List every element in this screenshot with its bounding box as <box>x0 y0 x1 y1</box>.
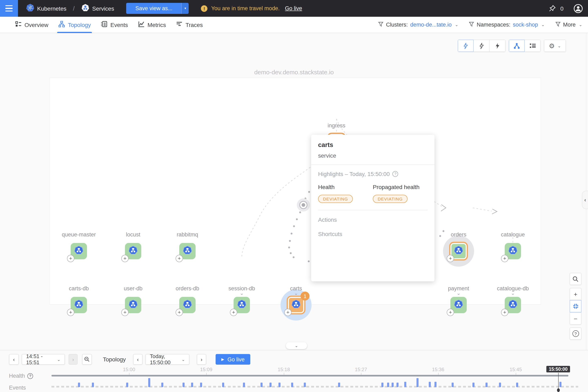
tab-metrics[interactable]: Metrics <box>138 16 166 33</box>
node-label: locust <box>104 232 162 238</box>
namespaces-filter[interactable]: Namespaces: sock-shop ⌄ <box>469 22 545 28</box>
tab-topology[interactable]: Topology <box>58 16 91 33</box>
zoom-out-range-button[interactable] <box>82 354 92 365</box>
event-bar <box>434 382 436 387</box>
event-bar <box>452 382 454 387</box>
bolt-outline-active-button[interactable] <box>458 40 474 52</box>
search-button[interactable] <box>570 273 582 285</box>
zoom-in-button[interactable]: + <box>570 288 582 300</box>
topology-node[interactable]: queue-master + <box>62 232 95 271</box>
expand-node-button[interactable]: + <box>176 309 183 316</box>
expand-node-button[interactable]: + <box>230 309 237 316</box>
node-label: carts-db <box>50 286 108 292</box>
go-live-link[interactable]: Go live <box>285 5 302 12</box>
bolt-outline-button[interactable] <box>474 40 490 52</box>
save-view-button[interactable]: Save view as... <box>126 3 182 14</box>
topology-node[interactable]: carts ⌄ 1 + <box>280 286 312 324</box>
go-live-button[interactable]: ▶ Go live <box>216 354 250 365</box>
canvas-help-button[interactable]: ? <box>570 328 582 340</box>
collapse-timeline-pill[interactable]: ⌄ <box>286 342 307 349</box>
expand-node-button[interactable]: + <box>501 255 508 262</box>
popup-actions-section: Actions Shortcuts <box>311 210 434 237</box>
funnel-icon <box>555 22 561 28</box>
funnel-icon <box>378 22 384 28</box>
edge-arrow-icon: ⌄ <box>496 291 529 295</box>
more-filters[interactable]: More ⌄ <box>555 22 582 28</box>
time-prev-button[interactable]: ‹ <box>133 354 142 365</box>
chevron-left-icon: ‹ <box>584 197 586 203</box>
tab-traces[interactable]: Traces <box>176 16 203 33</box>
topology-node[interactable]: payment ⌄ + <box>442 286 475 324</box>
topology-node[interactable]: orders-db + <box>171 286 204 324</box>
event-bar <box>291 382 293 387</box>
expand-node-button[interactable]: + <box>67 309 74 316</box>
expand-node-button[interactable]: + <box>67 255 74 262</box>
propagated-health-status-badge: DEVIATING <box>373 195 408 203</box>
settings-button[interactable]: ⚙ ⌄ <box>544 40 566 52</box>
topology-canvas[interactable]: demo-dev.demo.stackstate.io <box>0 33 588 350</box>
pin-icon[interactable] <box>548 4 556 12</box>
namespaces-label: Namespaces: <box>477 22 510 28</box>
breadcrumb-item-services[interactable]: Services <box>92 5 114 12</box>
health-help-icon[interactable]: ? <box>27 373 33 379</box>
breadcrumb-item-kubernetes[interactable]: Kubernetes <box>37 5 66 12</box>
topology-node[interactable]: user-db + <box>117 286 150 324</box>
range-next-button[interactable]: › <box>68 354 78 365</box>
tick-label: 15:00 <box>117 367 141 372</box>
hamburger-menu-button[interactable] <box>0 0 18 17</box>
service-icon <box>508 299 518 311</box>
event-bar <box>304 382 306 387</box>
actions-label: Actions <box>318 216 428 223</box>
expand-node-button[interactable]: + <box>121 309 128 316</box>
tab-events[interactable]: Events <box>101 16 128 33</box>
event-bar <box>338 382 340 387</box>
service-icon <box>291 299 301 311</box>
topology-node[interactable]: session-db ⌄ + <box>226 286 258 324</box>
top-bar-right: 0 <box>548 4 588 13</box>
timeline-section-label: Topology <box>103 356 126 362</box>
expand-node-button[interactable]: + <box>447 309 454 316</box>
topology-node[interactable]: rabbitmq + <box>171 232 204 271</box>
topology-node[interactable]: carts-db + <box>62 286 95 324</box>
time-dropdown[interactable]: Today, 15:50:00 ⌄ <box>145 354 190 365</box>
tab-overview[interactable]: Overview <box>15 16 48 33</box>
expand-node-button[interactable]: + <box>121 255 128 262</box>
topology-node[interactable]: catalogue + <box>496 232 529 271</box>
clusters-value: demo-de...tate.io <box>410 22 452 28</box>
expand-node-button[interactable]: + <box>284 309 292 316</box>
save-view-caret-button[interactable]: ▾ <box>182 3 189 14</box>
highlights-label: Highlights – Today, 15:50:00 <box>318 171 390 177</box>
fit-to-screen-button[interactable] <box>570 300 582 312</box>
tick-label: 15:18 <box>272 367 296 372</box>
event-bar <box>560 382 562 387</box>
list-view-button[interactable] <box>525 40 541 52</box>
topology-node[interactable]: catalogue-db ⌄ + <box>496 286 529 324</box>
bolt-filled-button[interactable] <box>490 40 506 52</box>
tab-label: Events <box>110 22 128 28</box>
time-next-button[interactable]: › <box>197 354 206 365</box>
expand-node-button[interactable]: + <box>176 255 183 262</box>
graph-view-button[interactable] <box>509 40 525 52</box>
more-label: More <box>563 22 576 28</box>
health-row-label: Health ? <box>9 373 33 379</box>
expand-node-button[interactable]: + <box>447 255 454 262</box>
service-icon <box>128 299 138 311</box>
topology-node[interactable]: orders + <box>442 232 475 271</box>
topology-icon <box>58 21 65 28</box>
user-avatar[interactable] <box>573 4 583 13</box>
tab-label: Topology <box>68 22 91 28</box>
traces-icon <box>176 21 183 28</box>
tab-label: Overview <box>24 22 48 28</box>
help-icon[interactable]: ? <box>392 171 398 177</box>
expand-right-panel-handle[interactable]: ‹ <box>582 191 588 209</box>
expand-node-button[interactable]: + <box>501 309 508 316</box>
range-prev-button[interactable]: ‹ <box>9 354 19 365</box>
event-bar <box>516 382 518 387</box>
kubernetes-icon <box>26 4 34 13</box>
clusters-filter[interactable]: Clusters: demo-de...tate.io ⌄ <box>378 22 458 28</box>
time-range-dropdown[interactable]: 14:51 - 15:51 ⌄ <box>22 354 65 365</box>
popup-title: carts <box>318 141 428 149</box>
health-timeline-track[interactable] <box>52 375 568 376</box>
zoom-out-button[interactable]: − <box>570 312 582 324</box>
topology-node[interactable]: locust + <box>117 232 150 271</box>
